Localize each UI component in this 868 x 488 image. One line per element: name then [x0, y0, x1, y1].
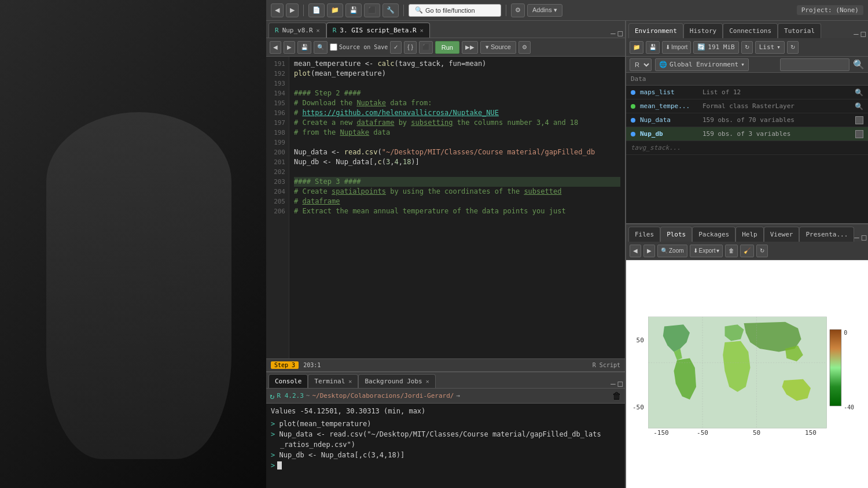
tab-help[interactable]: Help — [735, 227, 764, 242]
env-search-input[interactable] — [780, 58, 849, 71]
forward-button[interactable]: ▶ — [286, 3, 299, 17]
tools-button[interactable]: ⚙ — [511, 3, 525, 17]
list-view-btn[interactable]: List ▾ — [755, 41, 785, 54]
source-button[interactable]: ▾ Source — [480, 41, 516, 54]
run-button[interactable]: Run — [435, 41, 459, 54]
console-clear-btn[interactable]: 🗑 — [612, 390, 621, 401]
tab-presenta[interactable]: Presenta... — [799, 227, 854, 242]
minimize-env-icon[interactable]: — — [854, 29, 858, 38]
go-to-file-button[interactable]: 🔍 Go to file/function — [409, 4, 501, 17]
nup-data-name: Nup_data — [640, 116, 698, 124]
plot-back-btn[interactable]: ◀ — [630, 245, 641, 257]
env-row-nup-data[interactable]: Nup_data 159 obs. of 70 variables — [626, 113, 868, 127]
maximize-console-icon[interactable]: □ — [618, 379, 623, 388]
env-tab-bar: Environment History Connections Tutorial… — [626, 21, 868, 38]
toolbar-separator-2 — [403, 5, 404, 16]
plot-broom-btn[interactable]: 🧹 — [740, 245, 754, 257]
plot-delete-btn[interactable]: 🗑 — [725, 245, 738, 257]
env-refresh-btn[interactable]: ↻ — [787, 41, 799, 54]
minimize-console-icon[interactable]: — — [610, 379, 615, 388]
tab-connections[interactable]: Connections — [723, 23, 778, 38]
save-all-button[interactable]: ⬛ — [364, 3, 380, 17]
env-row-maps-list[interactable]: maps_list List of 12 🔍 — [626, 86, 868, 99]
cursor-position: 203:1 — [303, 362, 321, 368]
plots-tab-label: Plots — [667, 231, 686, 238]
tab-terminal[interactable]: Terminal ✕ — [308, 374, 358, 388]
env-toolbar: 📁 💾 ⬇ Import 🔄 191 MiB ↻ List ▾ — [626, 38, 868, 57]
world-map-svg: 50 -50 -150 -50 50 150 — [626, 260, 868, 488]
mean-temp-search[interactable]: 🔍 — [855, 102, 863, 110]
nup-db-grid[interactable] — [855, 130, 863, 138]
plot-forward-btn[interactable]: ▶ — [643, 245, 655, 257]
svg-text:50: 50 — [637, 337, 644, 344]
plot-refresh-btn[interactable]: ↻ — [756, 245, 768, 257]
import-button[interactable]: ⬇ Import — [662, 41, 691, 54]
editor-back-btn[interactable]: ◀ — [270, 41, 281, 54]
code-line-196: # https://github.com/helenavallicrosa/Nu… — [294, 108, 620, 118]
console-content[interactable]: Values -54.12501, 30.30313 (min, max) > … — [266, 404, 625, 488]
new-file-button[interactable]: 📄 — [308, 3, 325, 17]
maximize-files-icon[interactable]: □ — [862, 232, 866, 242]
tab-packages[interactable]: Packages — [692, 227, 735, 242]
env-update-btn[interactable]: ↻ — [741, 41, 753, 54]
env-row-mean-temp[interactable]: mean_tempe... Formal class RasterLayer 🔍 — [626, 99, 868, 113]
maximize-editor-icon[interactable]: □ — [618, 28, 623, 38]
zoom-btn[interactable]: 🔍 Zoom — [657, 245, 687, 257]
tab-plots[interactable]: Plots — [660, 227, 692, 242]
editor-forward-btn[interactable]: ▶ — [284, 41, 295, 54]
global-env-dropdown[interactable]: 🌐 Global Environment ▾ — [655, 58, 749, 71]
editor-save-btn[interactable]: 💾 — [297, 41, 311, 54]
env-dot-maps-list — [631, 90, 635, 95]
editor-code-btn[interactable]: { } — [404, 41, 416, 54]
addins-label: Addins — [532, 6, 552, 13]
data-section-label: Data — [631, 75, 646, 83]
print-button[interactable]: 🔧 — [382, 3, 399, 17]
go-to-label: Go to file/function — [425, 7, 475, 14]
tab-environment[interactable]: Environment — [628, 23, 683, 38]
tab2-close[interactable]: ✕ — [420, 27, 424, 34]
back-button[interactable]: ◀ — [271, 3, 284, 17]
env-row-nup-db[interactable]: Nup_db 159 obs. of 3 variables — [626, 127, 868, 141]
editor-status-bar: Step 3 203:1 R Script — [266, 358, 625, 371]
terminal-tab-close[interactable]: ✕ — [348, 378, 352, 385]
tab-console[interactable]: Console — [269, 374, 308, 388]
export-btn[interactable]: ⬇ Export ▾ — [690, 245, 723, 257]
editor-run-all-btn[interactable]: ▶▶ — [462, 41, 478, 54]
files-tab-bar: Files Plots Packages Help Viewer — [626, 224, 868, 242]
editor-options-btn[interactable]: ⚙ — [518, 41, 531, 54]
nup-db-type: 159 obs. of 3 variables — [703, 130, 851, 138]
tab-tutorial[interactable]: Tutorial — [778, 23, 821, 38]
editor-search-btn[interactable]: 🔍 — [314, 41, 328, 54]
tab1-close[interactable]: ✕ — [317, 27, 320, 34]
editor-toolbar: ◀ ▶ 💾 🔍 Source on Save ✓ { } ⬛ Run ▶▶ ▾ … — [266, 38, 625, 57]
tab-history[interactable]: History — [683, 23, 723, 38]
list-chevron: ▾ — [777, 43, 781, 51]
addins-button[interactable]: Addins ▾ — [527, 4, 562, 17]
minimize-editor-icon[interactable]: — — [610, 28, 615, 38]
tab-nup-v8[interactable]: R Nup_v8.R ✕ — [269, 23, 326, 38]
open-file-button[interactable]: 📁 — [327, 3, 343, 17]
console-toolbar: ↻ R 4.2.3 ~ ~/Desktop/Colaboracions/Jord… — [266, 389, 625, 404]
nup-data-grid[interactable] — [855, 116, 863, 124]
env-save-btn[interactable]: 💾 — [646, 41, 660, 54]
svg-text:0: 0 — [844, 330, 847, 336]
tab-viewer[interactable]: Viewer — [764, 227, 800, 242]
tab-gis-script[interactable]: R 3. GIS script_Beta.R ✕ — [326, 23, 430, 38]
save-button[interactable]: 💾 — [345, 3, 362, 17]
rstudio-area: ◀ ▶ 📄 📁 💾 ⬛ 🔧 🔍 Go to file/function ⚙ Ad… — [266, 0, 868, 488]
editor-check-btn[interactable]: ✓ — [390, 41, 402, 54]
source-on-save-checkbox[interactable] — [330, 43, 337, 51]
tab-files[interactable]: Files — [628, 227, 660, 242]
maximize-env-icon[interactable]: □ — [861, 29, 866, 38]
env-load-btn[interactable]: 📁 — [630, 41, 643, 54]
code-line-202 — [294, 167, 620, 177]
background-jobs-close[interactable]: ✕ — [426, 378, 429, 385]
tab-background-jobs[interactable]: Background Jobs ✕ — [358, 374, 435, 388]
code-editor[interactable]: 191192193194 195196197198 199200201202 2… — [266, 57, 625, 358]
editor-knit-btn[interactable]: ⬛ — [419, 41, 433, 54]
maps-list-search[interactable]: 🔍 — [855, 88, 863, 97]
r-environment-select[interactable]: R — [630, 58, 652, 71]
minimize-files-icon[interactable]: — — [854, 232, 859, 242]
svg-text:-40: -40 — [844, 404, 854, 411]
env-search-icon[interactable]: 🔍 — [853, 59, 865, 70]
